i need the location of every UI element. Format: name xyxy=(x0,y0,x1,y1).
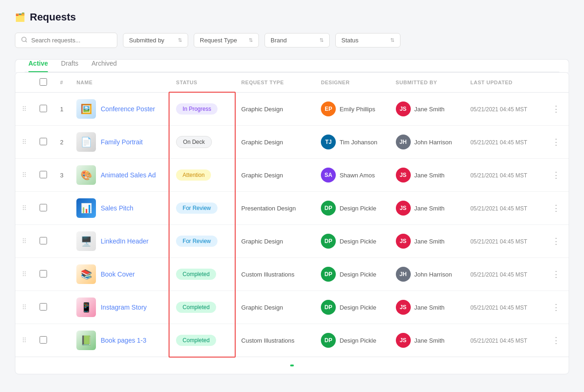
search-input[interactable] xyxy=(31,37,111,44)
actions-cell[interactable]: ⋮ xyxy=(543,324,569,357)
item-name-link[interactable]: Animated Sales Ad xyxy=(101,171,156,179)
submitter-initials: JS xyxy=(400,106,407,112)
drag-handle-icon[interactable]: ⠿ xyxy=(22,304,27,311)
item-name-link[interactable]: Conference Poster xyxy=(101,105,155,113)
designer-cell: SA Shawn Amos xyxy=(314,159,389,192)
drag-handle-icon[interactable]: ⠿ xyxy=(22,171,27,179)
request-type-cell: Graphic Design xyxy=(235,159,314,192)
search-wrapper[interactable] xyxy=(15,33,117,48)
more-options-button[interactable]: ⋮ xyxy=(550,102,562,115)
actions-cell[interactable]: ⋮ xyxy=(543,258,569,291)
drag-handle-cell: ⠿ xyxy=(15,258,33,291)
more-options-button[interactable]: ⋮ xyxy=(550,169,562,182)
row-checkbox[interactable] xyxy=(40,303,47,311)
actions-cell[interactable]: ⋮ xyxy=(543,159,569,192)
drag-handle-icon[interactable]: ⠿ xyxy=(22,204,27,212)
checkbox-col-header[interactable] xyxy=(33,73,54,93)
tab-archived[interactable]: Archived xyxy=(91,60,116,72)
brand-filter[interactable]: Brand ⇅ xyxy=(265,33,330,47)
last-updated-col-header: LAST UPDATED xyxy=(464,73,543,93)
status-badge: On Deck xyxy=(176,136,212,148)
table-row: ⠿ 1 🖼️ Conference Poster In Progress Gra… xyxy=(15,93,569,126)
last-updated-cell: 05/21/2021 04:45 MST xyxy=(464,258,543,291)
drag-handle-icon[interactable]: ⠿ xyxy=(22,237,27,245)
actions-cell[interactable]: ⋮ xyxy=(543,93,569,126)
designer-col-header: DESIGNER xyxy=(314,73,389,93)
last-updated-value: 05/21/2021 04:45 MST xyxy=(470,139,527,146)
more-options-button[interactable]: ⋮ xyxy=(550,135,562,149)
checkbox-cell[interactable] xyxy=(33,291,54,324)
submitted-by-filter[interactable]: Submitted by ⇅ xyxy=(123,33,188,47)
row-number: 1 xyxy=(60,106,63,113)
last-updated-value: 05/21/2021 04:45 MST xyxy=(470,238,527,245)
brand-label: Brand xyxy=(271,37,287,44)
drag-handle-icon[interactable]: ⠿ xyxy=(22,138,27,146)
request-type-cell: Graphic Design xyxy=(235,291,314,324)
more-options-button[interactable]: ⋮ xyxy=(550,334,562,347)
designer-initials: DP xyxy=(325,337,333,344)
checkbox-cell[interactable] xyxy=(33,225,54,258)
row-checkbox[interactable] xyxy=(40,237,47,244)
thumbnail-icon: 📄 xyxy=(81,136,92,148)
drag-handle-icon[interactable]: ⠿ xyxy=(22,337,27,344)
tab-active[interactable]: Active xyxy=(28,60,48,72)
designer-avatar: DP xyxy=(321,234,336,249)
checkbox-cell[interactable] xyxy=(33,126,54,159)
table-row: ⠿ 📊 Sales Pitch For Review Presentation … xyxy=(15,192,569,225)
row-checkbox[interactable] xyxy=(40,138,47,145)
item-name-link[interactable]: Instagram Story xyxy=(101,304,147,311)
item-thumbnail: 🎨 xyxy=(76,165,96,185)
submitter-initials: JS xyxy=(400,172,407,178)
more-options-button[interactable]: ⋮ xyxy=(550,268,562,281)
name-cell: 📊 Sales Pitch xyxy=(70,192,170,225)
submitter-cell: JS Jane Smith xyxy=(389,93,464,126)
pagination-indicator xyxy=(290,365,294,366)
drag-handle-cell: ⠿ xyxy=(15,192,33,225)
thumbnail-icon: 🖥️ xyxy=(81,236,92,247)
item-name-link[interactable]: Book pages 1-3 xyxy=(101,337,146,344)
drag-handle-cell: ⠿ xyxy=(15,93,33,126)
designer-initials: EP xyxy=(325,106,332,112)
request-type-cell: Custom Illustrations xyxy=(235,258,314,291)
drag-handle-icon[interactable]: ⠿ xyxy=(22,105,27,113)
status-cell: Completed xyxy=(170,291,235,324)
row-num-cell xyxy=(54,291,70,324)
more-options-button[interactable]: ⋮ xyxy=(550,202,562,215)
row-checkbox[interactable] xyxy=(40,171,47,178)
designer-initials: SA xyxy=(325,172,333,178)
row-number: 2 xyxy=(60,139,63,146)
checkbox-cell[interactable] xyxy=(33,192,54,225)
row-checkbox[interactable] xyxy=(40,336,47,344)
row-checkbox[interactable] xyxy=(40,270,47,277)
actions-cell[interactable]: ⋮ xyxy=(543,126,569,159)
submitter-initials: JS xyxy=(400,304,407,311)
checkbox-cell[interactable] xyxy=(33,93,54,126)
row-checkbox[interactable] xyxy=(40,105,47,112)
item-name-link[interactable]: LinkedIn Header xyxy=(101,237,149,245)
select-all-checkbox[interactable] xyxy=(40,78,47,86)
item-name-link[interactable]: Family Portrait xyxy=(101,138,143,146)
submitter-avatar: JS xyxy=(396,300,411,315)
item-name-link[interactable]: Sales Pitch xyxy=(101,204,133,212)
row-num-cell: 3 xyxy=(54,159,70,192)
request-type-filter[interactable]: Request Type ⇅ xyxy=(194,33,259,47)
item-thumbnail: 🖥️ xyxy=(76,231,96,251)
table-row: ⠿ 2 📄 Family Portrait On Deck Graphic De… xyxy=(15,126,569,159)
checkbox-cell[interactable] xyxy=(33,159,54,192)
more-options-button[interactable]: ⋮ xyxy=(550,235,562,248)
status-filter[interactable]: Status ⇅ xyxy=(335,33,401,47)
tab-drafts[interactable]: Drafts xyxy=(61,60,78,72)
actions-cell[interactable]: ⋮ xyxy=(543,225,569,258)
item-name-link[interactable]: Book Cover xyxy=(101,270,135,278)
actions-cell[interactable]: ⋮ xyxy=(543,192,569,225)
checkbox-cell[interactable] xyxy=(33,258,54,291)
item-thumbnail: 📚 xyxy=(76,264,96,284)
checkbox-cell[interactable] xyxy=(33,324,54,357)
more-options-button[interactable]: ⋮ xyxy=(550,301,562,314)
last-updated-value: 05/21/2021 04:45 MST xyxy=(470,205,527,212)
drag-handle-icon[interactable]: ⠿ xyxy=(22,270,27,278)
actions-cell[interactable]: ⋮ xyxy=(543,291,569,324)
table-row: ⠿ 📚 Book Cover Completed Custom Illustra… xyxy=(15,258,569,291)
row-checkbox[interactable] xyxy=(40,204,47,211)
submitter-name: John Harrison xyxy=(414,139,452,146)
